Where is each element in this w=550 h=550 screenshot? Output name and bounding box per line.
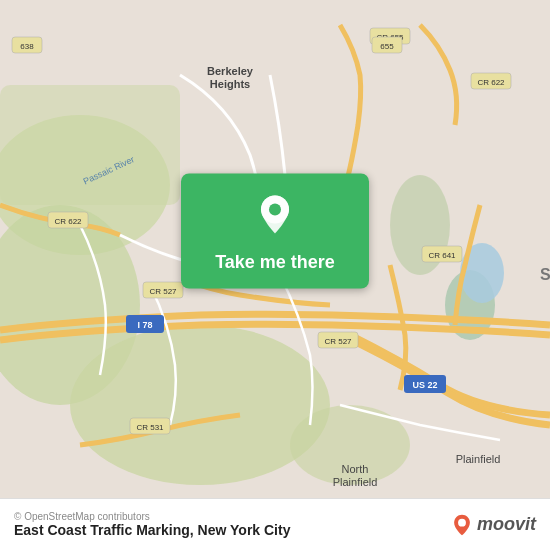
svg-text:US 22: US 22	[412, 380, 437, 390]
svg-text:CR 527: CR 527	[324, 337, 352, 346]
location-pin-icon	[253, 192, 297, 236]
svg-point-39	[458, 518, 466, 526]
moovit-pin-icon	[451, 514, 473, 536]
cta-label: Take me there	[215, 246, 335, 289]
svg-text:Berkeley: Berkeley	[207, 65, 254, 77]
svg-text:Plainfield: Plainfield	[456, 453, 501, 465]
map-container: I 78 US 22 CR 622 CR 655 CR 622 CR 641 C…	[0, 0, 550, 550]
svg-text:CR 622: CR 622	[477, 78, 505, 87]
svg-text:CR 641: CR 641	[428, 251, 456, 260]
info-text: © OpenStreetMap contributors East Coast …	[14, 511, 290, 538]
moovit-text: moovit	[477, 514, 536, 535]
svg-text:655: 655	[380, 42, 394, 51]
pin-icon	[253, 174, 297, 246]
svg-point-2	[70, 325, 330, 485]
svg-text:Plainfield: Plainfield	[333, 476, 378, 488]
location-name: East Coast Traffic Marking, New York Cit…	[14, 522, 290, 538]
svg-point-38	[269, 204, 281, 216]
info-bar: © OpenStreetMap contributors East Coast …	[0, 498, 550, 550]
attribution: © OpenStreetMap contributors	[14, 511, 290, 522]
svg-text:Heights: Heights	[210, 78, 250, 90]
svg-text:CR 531: CR 531	[136, 423, 164, 432]
take-me-there-button[interactable]: Take me there	[181, 174, 369, 289]
svg-text:CR 622: CR 622	[54, 217, 82, 226]
svg-rect-6	[0, 85, 180, 205]
moovit-logo: moovit	[451, 514, 536, 536]
svg-text:I 78: I 78	[137, 320, 152, 330]
svg-text:S: S	[540, 266, 550, 283]
svg-text:638: 638	[20, 42, 34, 51]
svg-text:North: North	[342, 463, 369, 475]
svg-text:CR 527: CR 527	[149, 287, 177, 296]
